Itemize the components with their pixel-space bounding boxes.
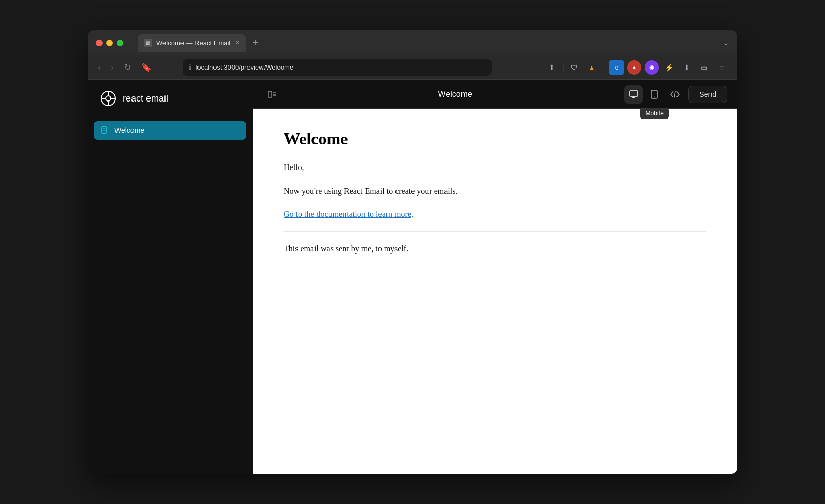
email-divider — [284, 231, 706, 232]
collapse-sidebar-button[interactable] — [263, 85, 282, 104]
tab-title: Welcome — React Email — [156, 39, 230, 47]
sidebar: react email Welcome — [88, 80, 253, 474]
browser-toolbar: ‹ › ↻ 🔖 ℹ localhost:3000/preview/Welcome… — [88, 55, 737, 80]
react-email-logo-icon — [100, 90, 117, 107]
preview-area: Welcome Hello, Now you're using React Em… — [253, 109, 737, 474]
minimize-button[interactable] — [106, 40, 113, 46]
email-body: Hello, Now you're using React Email to c… — [284, 161, 706, 221]
sidebar-nav: Welcome — [88, 117, 253, 474]
sidebar-item-welcome-label: Welcome — [114, 126, 144, 135]
extension-icon-1[interactable]: e — [609, 60, 624, 75]
email-body-text: Now you're using React Email to create y… — [284, 184, 706, 198]
sidebar-logo-label: react email — [123, 93, 168, 104]
email-greeting: Hello, — [284, 161, 706, 174]
tab-bar: ⊠ Welcome — React Email ✕ + ⌄ — [138, 34, 729, 52]
back-button[interactable]: ‹ — [96, 61, 103, 74]
bookmark-button[interactable]: 🔖 — [139, 60, 154, 74]
download-button[interactable]: ⬇ — [680, 60, 694, 75]
traffic-lights — [96, 40, 123, 46]
new-tab-button[interactable]: + — [252, 37, 258, 49]
email-footer: This email was sent by me, to myself. — [284, 242, 706, 256]
toolbar-divider: | — [562, 63, 564, 72]
topbar-title: Welcome — [286, 90, 624, 99]
sidebar-item-welcome[interactable]: Welcome — [94, 121, 246, 140]
info-icon: ℹ — [189, 63, 191, 71]
menu-button[interactable]: ≡ — [715, 60, 729, 75]
extensions-button[interactable]: ⚡ — [662, 60, 676, 75]
maximize-button[interactable] — [117, 40, 123, 46]
browser-window: ⊠ Welcome — React Email ✕ + ⌄ ‹ › ↻ 🔖 ℹ … — [88, 30, 737, 474]
url-base: localhost — [195, 63, 222, 71]
url-display: localhost:3000/preview/Welcome — [195, 63, 293, 71]
email-link-punctuation: . — [411, 210, 414, 219]
forward-button[interactable]: › — [109, 61, 116, 74]
extension-icon-3[interactable]: ◉ — [645, 60, 659, 75]
code-view-button[interactable] — [666, 85, 684, 104]
app-body: react email Welcome — [88, 80, 737, 474]
svg-point-1 — [106, 96, 111, 101]
tab-close-button[interactable]: ✕ — [235, 39, 240, 46]
tab-list-button[interactable]: ⌄ — [723, 39, 729, 47]
svg-line-18 — [674, 91, 675, 97]
email-heading: Welcome — [284, 129, 706, 148]
svg-rect-9 — [268, 91, 272, 97]
sidebar-toggle-button[interactable]: ▭ — [697, 60, 712, 75]
svg-point-17 — [654, 96, 655, 97]
email-docs-link[interactable]: Go to the documentation to learn more — [284, 210, 411, 219]
topbar: Welcome — [253, 80, 737, 109]
mobile-view-button[interactable]: Mobile — [645, 85, 664, 104]
browser-titlebar: ⊠ Welcome — React Email ✕ + ⌄ — [88, 30, 737, 55]
view-controls: Mobile — [624, 85, 684, 104]
close-button[interactable] — [96, 40, 103, 46]
sidebar-logo: react email — [88, 80, 253, 117]
desktop-view-button[interactable] — [624, 85, 643, 104]
warning-icon: ▲ — [585, 60, 599, 75]
file-icon — [100, 126, 109, 135]
share-button[interactable]: ⬆ — [544, 60, 559, 75]
address-bar[interactable]: ℹ localhost:3000/preview/Welcome — [183, 59, 492, 76]
send-button[interactable]: Send — [688, 86, 727, 103]
extension-icon-2[interactable]: ● — [627, 60, 641, 75]
refresh-button[interactable]: ↻ — [122, 60, 133, 74]
email-content: Welcome Hello, Now you're using React Em… — [253, 109, 737, 474]
shield-icon: 🛡 — [567, 60, 582, 75]
tab-favicon: ⊠ — [144, 39, 152, 47]
url-path: :3000/preview/Welcome — [222, 63, 294, 71]
main-area: Welcome — [253, 80, 737, 474]
active-tab[interactable]: ⊠ Welcome — React Email ✕ — [138, 34, 246, 52]
email-link-paragraph: Go to the documentation to learn more. — [284, 208, 706, 221]
svg-rect-13 — [630, 91, 638, 96]
browser-toolbar-actions: ⬆ | 🛡 ▲ — [544, 60, 599, 75]
